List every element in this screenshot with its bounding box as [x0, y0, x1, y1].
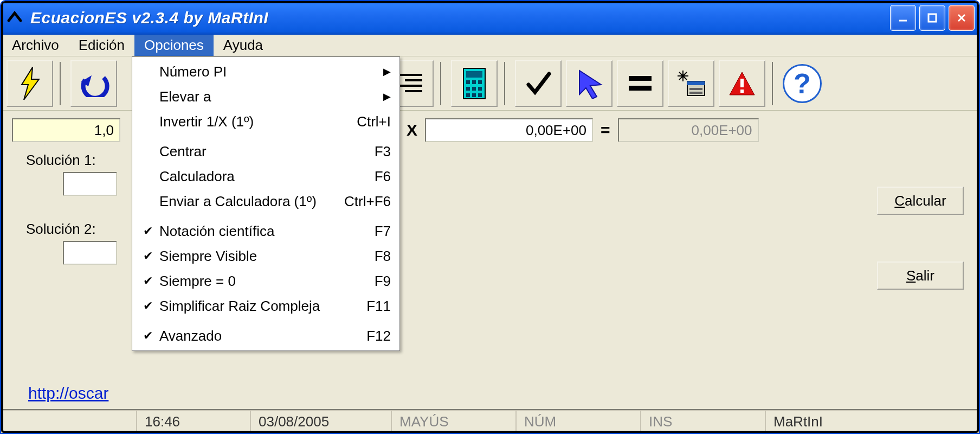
undo-icon[interactable]	[70, 60, 117, 107]
equals-label: =	[601, 121, 610, 139]
svg-rect-1	[929, 14, 936, 22]
solution-1-output	[63, 172, 117, 196]
equals-icon[interactable]	[617, 60, 663, 107]
check-icon[interactable]	[515, 60, 562, 107]
close-button[interactable]	[949, 5, 975, 31]
titlebar: EcuacionES v2.3.4 by MaRtInI	[1, 1, 979, 35]
x-label: X	[407, 121, 417, 139]
svg-rect-19	[472, 93, 476, 97]
svg-rect-31	[689, 92, 702, 94]
menu-invertir[interactable]: Invertir 1/X (1º)Ctrl+I	[133, 109, 398, 134]
result-output	[618, 118, 759, 142]
menu-calculadora[interactable]: CalculadoraF6	[133, 164, 398, 189]
svg-rect-30	[689, 88, 702, 90]
menu-elevar-a[interactable]: Elevar a▶	[133, 84, 398, 109]
menu-simplificar-raiz[interactable]: ✔Simplificar Raiz ComplejaF11	[133, 293, 398, 318]
status-date: 03/08/2005	[250, 410, 391, 433]
website-link[interactable]: http://oscar	[28, 384, 108, 403]
coefficient-c-input[interactable]	[425, 118, 593, 142]
status-ins: INS	[641, 410, 765, 433]
svg-rect-34	[740, 90, 744, 93]
svg-rect-17	[478, 87, 482, 91]
svg-marker-4	[22, 67, 39, 100]
menu-notacion-cientifica[interactable]: ✔Notación científicaF7	[133, 219, 398, 244]
maximize-button[interactable]	[919, 5, 945, 31]
app-icon	[5, 9, 24, 27]
svg-rect-14	[478, 80, 482, 84]
menubar: Archivo Edición Opciones Ayuda	[1, 35, 979, 56]
menu-siempre-cero[interactable]: ✔Siempre = 0F9	[133, 269, 398, 293]
calculator-icon[interactable]	[451, 60, 498, 107]
menu-ayuda[interactable]: Ayuda	[214, 35, 273, 56]
menu-numero-pi[interactable]: Número PI▶	[133, 59, 398, 84]
menu-archivo[interactable]: Archivo	[2, 35, 69, 56]
svg-rect-13	[472, 80, 476, 84]
svg-rect-15	[466, 87, 470, 91]
svg-rect-20	[478, 93, 482, 97]
svg-marker-21	[579, 71, 601, 99]
menu-opciones[interactable]: Opciones	[134, 35, 214, 56]
svg-rect-29	[687, 81, 705, 85]
salir-button[interactable]: SalirSalir	[877, 261, 964, 290]
opciones-dropdown: Número PI▶ Elevar a▶ Invertir 1/X (1º)Ct…	[132, 56, 400, 351]
help-icon[interactable]: ?	[783, 64, 822, 103]
svg-rect-23	[629, 86, 652, 91]
statusbar: 16:46 03/08/2005 MAYÚS NÚM INS MaRtInI	[1, 409, 979, 433]
menu-avanzado[interactable]: ✔AvanzadoF12	[133, 323, 398, 348]
status-author: MaRtInI	[765, 410, 979, 433]
lightning-icon[interactable]	[7, 60, 53, 107]
coefficient-a-input[interactable]	[12, 118, 120, 142]
menu-edicion[interactable]: Edición	[69, 35, 134, 56]
svg-rect-18	[466, 93, 470, 97]
menu-centrar[interactable]: CentrarF3	[133, 139, 398, 164]
menu-enviar-calculadora[interactable]: Enviar a Calculadora (1º)Ctrl+F6	[133, 189, 398, 214]
calcular-button[interactable]: CCalcularalcular	[877, 187, 964, 215]
cursor-icon[interactable]	[566, 60, 612, 107]
warning-icon[interactable]	[719, 60, 765, 107]
svg-rect-22	[629, 76, 652, 81]
sparkle-window-icon[interactable]	[668, 60, 714, 107]
window-title: EcuacionES v2.3.4 by MaRtInI	[30, 9, 890, 27]
menu-siempre-visible[interactable]: ✔Siempre VisibleF8	[133, 244, 398, 269]
svg-rect-11	[466, 71, 482, 78]
minimize-button[interactable]	[890, 5, 916, 31]
status-num: NÚM	[516, 410, 641, 433]
solution-2-output	[63, 241, 117, 265]
svg-rect-16	[472, 87, 476, 91]
status-mayus: MAYÚS	[391, 410, 516, 433]
svg-rect-33	[740, 79, 744, 87]
status-time: 16:46	[137, 410, 250, 433]
svg-rect-12	[466, 80, 470, 84]
